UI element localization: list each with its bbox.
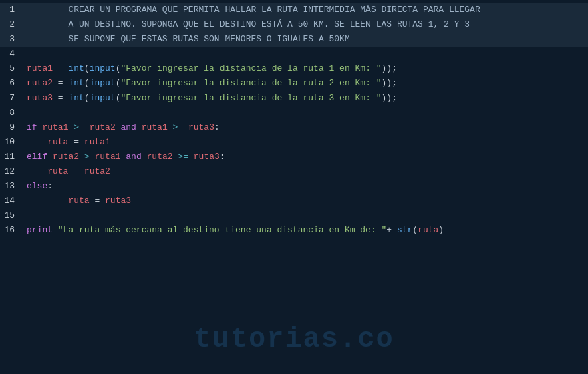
line-content-2: A UN DESTINO. SUPONGA QUE EL DESTINO EST…: [24, 17, 588, 32]
line-number-7: 7: [0, 91, 24, 106]
line-number-12: 12: [0, 164, 24, 179]
code-line-10: 10 ruta = ruta1: [0, 135, 588, 150]
code-line-8: 8: [0, 106, 588, 120]
line-content-6: ruta2 = int(input("Favor ingresar la dis…: [24, 76, 588, 91]
code-line-4: 4: [0, 47, 588, 61]
line-content-9: if ruta1 >= ruta2 and ruta1 >= ruta3:: [24, 120, 588, 135]
line-content-7: ruta3 = int(input("Favor ingresar la dis…: [24, 91, 588, 106]
code-line-13: 13 else:: [0, 179, 588, 194]
line-content-15: [24, 208, 588, 223]
code-line-16: 16 print "La ruta más cercana al destino…: [0, 223, 588, 238]
line-number-2: 2: [0, 17, 24, 32]
line-content-5: ruta1 = int(input("Favor ingresar la dis…: [24, 61, 588, 76]
line-content-8: [24, 106, 588, 120]
line-number-5: 5: [0, 61, 24, 76]
code-line-11: 11 elif ruta2 > ruta1 and ruta2 >= ruta3…: [0, 150, 588, 164]
line-number-8: 8: [0, 106, 24, 120]
line-content-12: ruta = ruta2: [24, 164, 588, 179]
line-number-16: 16: [0, 223, 24, 238]
code-line-6: 6 ruta2 = int(input("Favor ingresar la d…: [0, 76, 588, 91]
code-line-9: 9 if ruta1 >= ruta2 and ruta1 >= ruta3:: [0, 120, 588, 135]
line-number-13: 13: [0, 179, 24, 194]
line-content-14: ruta = ruta3: [24, 194, 588, 208]
line-content-16: print "La ruta más cercana al destino ti…: [24, 223, 588, 238]
code-editor: 1 CREAR UN PROGRAMA QUE PERMITA HALLAR L…: [0, 0, 588, 374]
code-line-12: 12 ruta = ruta2: [0, 164, 588, 179]
line-number-1: 1: [0, 3, 24, 17]
line-number-6: 6: [0, 76, 24, 91]
line-content-3: SE SUPONE QUE ESTAS RUTAS SON MENORES O …: [24, 32, 588, 47]
line-number-11: 11: [0, 150, 24, 164]
code-line-5: 5 ruta1 = int(input("Favor ingresar la d…: [0, 61, 588, 76]
code-lines: 1 CREAR UN PROGRAMA QUE PERMITA HALLAR L…: [0, 0, 588, 240]
line-number-15: 15: [0, 208, 24, 223]
line-number-4: 4: [0, 47, 24, 61]
code-line-3: 3 SE SUPONE QUE ESTAS RUTAS SON MENORES …: [0, 32, 588, 47]
code-line-15: 15: [0, 208, 588, 223]
line-content-1: CREAR UN PROGRAMA QUE PERMITA HALLAR LA …: [24, 3, 588, 17]
line-number-9: 9: [0, 120, 24, 135]
line-number-10: 10: [0, 135, 24, 150]
code-line-1: 1 CREAR UN PROGRAMA QUE PERMITA HALLAR L…: [0, 3, 588, 17]
line-number-14: 14: [0, 194, 24, 208]
watermark: tutorias.co: [0, 323, 588, 355]
line-content-13: else:: [24, 179, 588, 194]
code-line-7: 7 ruta3 = int(input("Favor ingresar la d…: [0, 91, 588, 106]
line-content-10: ruta = ruta1: [24, 135, 588, 150]
line-number-3: 3: [0, 32, 24, 47]
line-content-4: [24, 47, 588, 61]
code-line-2: 2 A UN DESTINO. SUPONGA QUE EL DESTINO E…: [0, 17, 588, 32]
code-line-14: 14 ruta = ruta3: [0, 194, 588, 208]
line-content-11: elif ruta2 > ruta1 and ruta2 >= ruta3:: [24, 150, 588, 164]
